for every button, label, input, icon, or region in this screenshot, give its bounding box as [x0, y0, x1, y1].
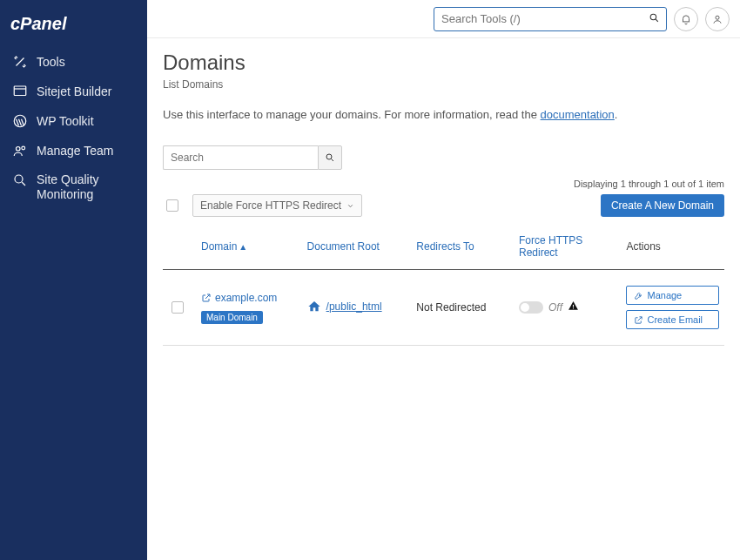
- wrench-icon: [634, 291, 643, 300]
- global-search: [434, 7, 667, 31]
- header-checkbox: [163, 226, 196, 270]
- manage-button[interactable]: Manage: [626, 286, 719, 305]
- sidebar-item-label: Sitejet Builder: [37, 84, 111, 99]
- local-search-input[interactable]: [163, 145, 318, 170]
- home-icon: [307, 300, 321, 314]
- main-column: Domains List Domains Use this interface …: [147, 0, 740, 560]
- sidebar-item-manage-team[interactable]: Manage Team: [0, 136, 147, 165]
- sidebar-item-sitejet[interactable]: Sitejet Builder: [0, 77, 147, 106]
- wordpress-icon: [12, 113, 28, 129]
- svg-line-7: [22, 182, 25, 186]
- document-root-path: /public_html: [326, 300, 382, 313]
- search-icon: [325, 152, 335, 163]
- create-email-button[interactable]: Create Email: [626, 310, 719, 329]
- select-all-checkbox[interactable]: [166, 199, 178, 212]
- breadcrumb: List Domains: [163, 78, 724, 91]
- header-actions: Actions: [621, 226, 724, 270]
- svg-rect-14: [573, 307, 574, 308]
- warning-icon: [568, 300, 579, 314]
- magnify-icon: [12, 172, 28, 188]
- svg-point-11: [326, 154, 332, 159]
- https-redirect-cell: Off: [519, 300, 616, 314]
- display-count-text: Displaying 1 through 1 out of 1 item: [163, 179, 724, 189]
- bell-icon: [680, 13, 692, 25]
- local-search-button[interactable]: [318, 145, 342, 170]
- domain-cell: example.com Main Domain: [201, 292, 297, 324]
- tools-icon: [12, 54, 28, 70]
- page-description: Use this interface to manage your domain…: [163, 108, 724, 121]
- actions-cell: Manage Create Email: [626, 286, 719, 329]
- notifications-button[interactable]: [674, 7, 698, 31]
- svg-rect-1: [14, 86, 26, 96]
- domain-link[interactable]: example.com: [201, 292, 277, 304]
- account-button[interactable]: [705, 7, 730, 31]
- search-icon: [649, 12, 660, 26]
- global-search-input[interactable]: [434, 7, 667, 31]
- domain-name: example.com: [215, 292, 277, 304]
- create-domain-button[interactable]: Create A New Domain: [601, 194, 724, 217]
- sidebar-nav: Tools Sitejet Builder WP Toolkit Manage …: [0, 47, 147, 209]
- svg-line-12: [332, 159, 334, 162]
- sidebar: cPanel Tools Sitejet Builder WP Toolk: [0, 0, 147, 560]
- sitejet-icon: [12, 84, 28, 99]
- header-force-https[interactable]: Force HTTPS Redirect: [514, 226, 621, 270]
- content-area: Domains List Domains Use this interface …: [147, 38, 740, 361]
- chevron-down-icon: [346, 202, 354, 210]
- svg-point-10: [716, 16, 719, 19]
- team-icon: [12, 143, 28, 159]
- manage-label: Manage: [647, 290, 682, 300]
- https-state-label: Off: [548, 301, 562, 314]
- svg-point-4: [17, 147, 21, 152]
- user-icon: [711, 13, 723, 25]
- header-document-root[interactable]: Document Root: [302, 226, 412, 270]
- sidebar-item-site-quality[interactable]: Site Quality Monitoring: [0, 165, 147, 209]
- external-link-icon: [201, 293, 212, 303]
- domains-table: Domain▲ Document Root Redirects To Force…: [163, 226, 724, 346]
- local-search-bar: [163, 145, 724, 170]
- enable-https-button[interactable]: Enable Force HTTPS Redirect: [192, 194, 362, 217]
- sort-asc-icon: ▲: [239, 242, 247, 252]
- enable-https-label: Enable Force HTTPS Redirect: [200, 199, 341, 212]
- description-suffix: .: [615, 108, 618, 121]
- main-domain-badge: Main Domain: [201, 311, 263, 324]
- header-redirects-to[interactable]: Redirects To: [411, 226, 514, 270]
- svg-point-6: [15, 175, 23, 183]
- documentation-link[interactable]: documentation: [541, 108, 615, 121]
- svg-point-8: [650, 14, 656, 20]
- svg-rect-13: [573, 305, 574, 307]
- bulk-action-toolbar: Enable Force HTTPS Redirect Create A New…: [163, 194, 724, 217]
- row-checkbox[interactable]: [172, 301, 184, 314]
- table-row: example.com Main Domain /public_html N: [163, 270, 724, 346]
- sidebar-item-label: Manage Team: [37, 144, 113, 159]
- https-toggle[interactable]: [519, 301, 543, 314]
- svg-line-9: [656, 19, 658, 22]
- description-text: Use this interface to manage your domain…: [163, 108, 541, 121]
- page-title: Domains: [163, 51, 724, 75]
- sidebar-item-label: WP Toolkit: [37, 114, 94, 129]
- redirects-to-cell: Not Redirected: [411, 270, 514, 346]
- sidebar-item-wptoolkit[interactable]: WP Toolkit: [0, 106, 147, 136]
- create-email-label: Create Email: [647, 314, 703, 325]
- header-domain[interactable]: Domain▲: [196, 226, 302, 270]
- svg-point-5: [22, 146, 25, 150]
- document-root-link[interactable]: /public_html: [307, 300, 382, 314]
- sidebar-item-label: Site Quality Monitoring: [37, 172, 135, 202]
- svg-text:cPanel: cPanel: [10, 14, 67, 33]
- sidebar-item-label: Tools: [37, 55, 65, 70]
- sidebar-item-tools[interactable]: Tools: [0, 47, 147, 77]
- topbar: [147, 0, 740, 38]
- external-link-icon: [634, 315, 643, 325]
- cpanel-logo: cPanel: [0, 7, 147, 47]
